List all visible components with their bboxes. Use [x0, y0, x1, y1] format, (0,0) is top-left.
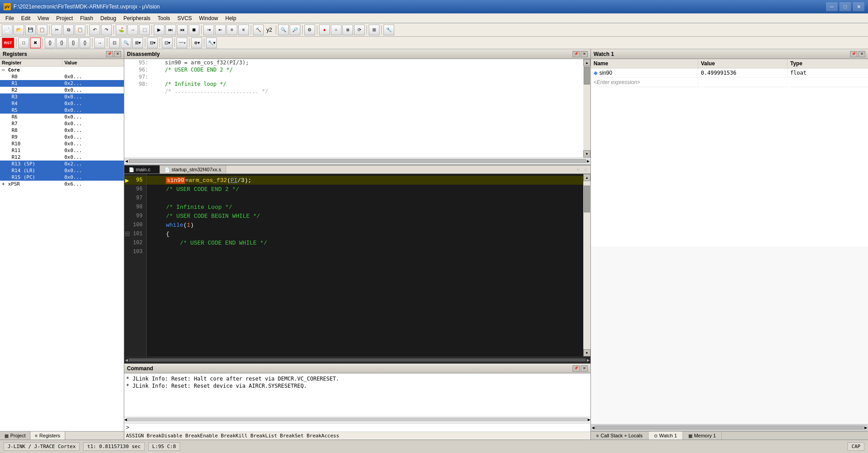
menu-debug[interactable]: Debug — [97, 14, 120, 22]
registers-close-btn[interactable]: ✕ — [114, 51, 121, 57]
tb2-mem1[interactable]: ⊟▾ — [147, 38, 158, 48]
tb-pause[interactable]: ○ — [331, 25, 341, 35]
code-dropdown-btn[interactable]: ▾ — [575, 166, 581, 173]
code-content[interactable]: ▶ 95 96 97 98 99 100 ─ 101 102 103 — [124, 174, 590, 356]
tb2-stop-btn[interactable]: ✖ — [30, 38, 41, 48]
registers-pin-btn[interactable]: 📌 — [106, 51, 113, 57]
tab-watch1[interactable]: ⊙ Watch 1 — [649, 432, 683, 440]
tb-build1[interactable]: 🔨 — [253, 25, 264, 35]
tb-new[interactable]: 📄 — [2, 25, 13, 35]
expand-xpsr-icon[interactable]: + — [2, 181, 8, 187]
tab-registers[interactable]: ≡ Registers — [30, 432, 65, 440]
code-hscroll[interactable]: ◀ ▶ — [124, 356, 590, 364]
tb2-step3[interactable]: ⊞▾ — [132, 38, 143, 48]
disasm-scroll-up[interactable]: ▲ — [583, 59, 590, 66]
tb-window1[interactable]: ⊞ — [369, 25, 379, 35]
watch-hscroll-thumb[interactable] — [595, 426, 864, 429]
tb-settings[interactable]: ⚙ — [304, 25, 315, 35]
cmd-hscroll-thumb[interactable] — [127, 418, 588, 421]
hscroll-left-arrow[interactable]: ◀ — [124, 159, 129, 163]
tb-undo[interactable]: ↶ — [89, 25, 100, 35]
menu-project[interactable]: Project — [53, 14, 76, 22]
register-table[interactable]: ─ Core R0 0x0... R1 0x2... R2 0x0... — [0, 67, 124, 431]
fold-btn-101[interactable]: ─ — [125, 232, 130, 236]
tb-open[interactable]: 📂 — [13, 25, 24, 35]
code-tab-main[interactable]: 📄 main.c — [124, 165, 160, 174]
tb-redo[interactable]: ↷ — [101, 25, 112, 35]
menu-window[interactable]: Window — [195, 14, 222, 22]
tb-align1[interactable]: ⇥ — [203, 25, 214, 35]
menu-edit[interactable]: Edit — [17, 14, 34, 22]
watch-enter-expr-name[interactable]: <Enter expression> — [591, 78, 698, 87]
menu-svcs[interactable]: SVCS — [174, 14, 196, 22]
reg-row-r13[interactable]: R13 (SP) 0x2... — [0, 161, 124, 167]
hscroll-thumb[interactable] — [129, 159, 586, 163]
disassembly-content[interactable]: 95: sin90 = arm_cos_f32(PI/3); 96: /* US… — [124, 59, 583, 157]
tb2-btn1[interactable]: □ — [18, 38, 29, 48]
tb-paste[interactable]: 📋 — [75, 25, 85, 35]
code-scroll-down[interactable]: ▼ — [583, 349, 590, 356]
code-tab-startup[interactable]: 📄 startup_stm32f407xx.s — [160, 165, 226, 174]
reg-row-r4[interactable]: R4 0x0... — [0, 100, 124, 107]
tb-copy[interactable]: ⧉ — [63, 25, 74, 35]
tb-cut[interactable]: ✂ — [51, 25, 62, 35]
menu-flash[interactable]: Flash — [76, 14, 97, 22]
watch-hscroll-right[interactable]: ▶ — [864, 426, 868, 430]
command-close-btn[interactable]: ✕ — [581, 365, 588, 372]
disassembly-pin-btn[interactable]: 📌 — [573, 51, 580, 57]
tb2-arrow[interactable]: → — [94, 38, 105, 48]
minimize-button[interactable]: ─ — [826, 2, 838, 11]
code-hscroll-thumb[interactable] — [129, 358, 586, 362]
close-button[interactable]: ✕ — [853, 2, 864, 11]
command-pin-btn[interactable]: 📌 — [573, 365, 580, 372]
code-close-btn[interactable]: ✕ — [581, 166, 590, 173]
reg-row-r1[interactable]: R1 0x2... — [0, 80, 124, 87]
code-scroll-up[interactable]: ▲ — [583, 174, 590, 181]
tb-align3[interactable]: ≡ — [227, 25, 237, 35]
tb-spanner[interactable]: 🔧 — [383, 25, 394, 35]
tb-search2[interactable]: 🔎 — [290, 25, 300, 35]
tb2-chip1[interactable]: ⊡▾ — [162, 38, 173, 48]
tb2-code1[interactable]: {} — [45, 38, 55, 48]
tb-bkpt3[interactable]: ⬚ — [139, 25, 150, 35]
reg-row-r14[interactable]: R14 (LR) 0x0... — [0, 167, 124, 174]
watch-pin-btn[interactable]: 📌 — [850, 51, 857, 57]
tb-step1[interactable]: ▶ — [154, 25, 164, 35]
code-vscroll[interactable]: ▲ ▼ — [583, 174, 590, 356]
disassembly-hscroll[interactable]: ◀ ▶ — [124, 157, 590, 165]
menu-help[interactable]: Help — [222, 14, 240, 22]
code-hscroll-left[interactable]: ◀ — [124, 358, 129, 362]
tb2-code4[interactable]: {} — [80, 38, 90, 48]
tb-step2[interactable]: ⏭ — [165, 25, 176, 35]
code-hscroll-right[interactable]: ▶ — [586, 358, 590, 362]
menu-tools[interactable]: Tools — [154, 14, 174, 22]
reg-row-r15[interactable]: R15 (PC) 0x0... — [0, 174, 124, 181]
disasm-scroll-down[interactable]: ▼ — [583, 150, 590, 157]
tb2-step1[interactable]: ⊡ — [109, 38, 120, 48]
tb-step4[interactable]: ⏹ — [189, 25, 199, 35]
command-content[interactable]: * JLink Info: Reset: Halt core after res… — [124, 373, 590, 416]
hscroll-right-arrow[interactable]: ▶ — [586, 159, 590, 163]
menu-view[interactable]: View — [34, 14, 53, 22]
command-input[interactable] — [131, 424, 589, 431]
menu-file[interactable]: File — [2, 14, 17, 22]
tb-reset[interactable]: ⟳ — [354, 25, 365, 35]
tb-align2[interactable]: ⇤ — [215, 25, 226, 35]
cmd-hscroll-right[interactable]: ▶ — [588, 418, 590, 422]
watch-table-area[interactable]: ◆ sin90 0.499991536 float <Enter express… — [591, 68, 868, 246]
disasm-scroll-thumb[interactable] — [584, 67, 590, 85]
command-hscroll[interactable]: ◀ ▶ — [124, 416, 590, 423]
tab-project[interactable]: ▦ Project — [0, 432, 30, 440]
tb2-wrench[interactable]: 🔧▾ — [206, 38, 217, 48]
tb2-code2[interactable]: {} — [56, 38, 67, 48]
disasm-scroll-track[interactable] — [583, 66, 590, 150]
tb-search1[interactable]: 🔍 — [278, 25, 289, 35]
watch-row-enter-expr[interactable]: <Enter expression> — [591, 78, 868, 87]
tb-bkpt2[interactable]: → — [127, 25, 138, 35]
watch-hscroll-left[interactable]: ◀ — [591, 426, 595, 430]
reg-vscroll[interactable] — [117, 125, 124, 417]
tb-stop[interactable]: ⊗ — [342, 25, 353, 35]
tb-step3[interactable]: ⏮ — [177, 25, 188, 35]
code-scroll-thumb[interactable] — [584, 186, 590, 212]
expand-core-icon[interactable]: ─ — [2, 67, 8, 73]
